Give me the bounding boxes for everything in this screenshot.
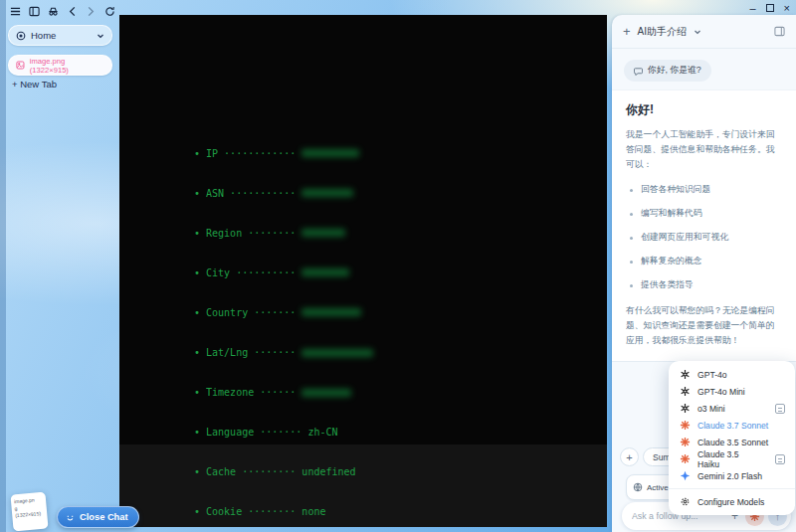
image-tab-label: image.png (1322×915) [30, 57, 104, 75]
list-item: 创建网页应用和可视化 [630, 232, 782, 244]
redacted-value [301, 349, 373, 357]
openai-icon [679, 369, 691, 381]
plus-icon: + [12, 79, 18, 89]
image-icon [16, 61, 25, 70]
chat-title: AI助手介绍 [638, 25, 687, 39]
redacted-value [301, 149, 359, 157]
claude-icon [679, 420, 691, 432]
bullet-dot [630, 237, 633, 240]
terminal-line: • Cache ········· undefined [194, 465, 577, 478]
model-item-claude-3-5-sonnet[interactable]: Claude 3.5 Sonnet [669, 434, 795, 450]
list-item: 编写和解释代码 [630, 208, 782, 220]
close-chat-button[interactable]: Close Chat [57, 506, 139, 528]
bullet-dot [630, 261, 633, 264]
minimize-button[interactable]: – [749, 2, 755, 14]
terminal-line: • City ·········· [194, 266, 577, 279]
terminal-line: • Region ········ [194, 227, 577, 240]
new-tab-label: New Tab [20, 79, 57, 89]
chat-title-chevron[interactable] [694, 28, 701, 36]
close-chat-label: Close Chat [80, 512, 128, 522]
terminal-line: • Timezone ······ [194, 386, 577, 399]
add-context-button[interactable]: + [620, 447, 639, 466]
model-item-gpt-4o-mini[interactable]: GPT-4o Mini [669, 383, 795, 400]
bullet-dot [630, 189, 633, 192]
window-edge-strip [0, 0, 6, 532]
home-icon [16, 31, 26, 41]
claude-icon [679, 437, 691, 448]
assistant-intro: 我是一个人工智能助手，专门设计来回答问题、提供信息和帮助各种任务。我可以： [626, 127, 782, 172]
list-item: 提供各类指导 [630, 279, 782, 291]
terminal-line: • IP ············ [194, 147, 577, 160]
terminal-line: • Cookie ········ none [194, 505, 577, 518]
reasoning-badge-icon [775, 454, 785, 464]
model-menu: GPT-4o GPT-4o Mini o3 Mini Claude 3.7 So… [669, 361, 795, 515]
reasoning-badge-icon [775, 404, 785, 414]
model-item-claude-3-7-sonnet[interactable]: Claude 3.7 Sonnet [669, 417, 795, 434]
bullet-dot [630, 213, 633, 216]
assistant-message: 你好! 我是一个人工智能助手，专门设计来回答问题、提供信息和帮助各种任务。我可以… [612, 89, 796, 362]
globe-icon [633, 482, 643, 492]
terminal-line: • Language ······· zh-CN [194, 426, 577, 439]
model-item-gemini-2-0-flash[interactable]: Gemini 2.0 Flash [669, 467, 795, 484]
reload-icon[interactable] [102, 4, 116, 18]
chevron-down-icon [97, 32, 104, 40]
chat-bubble-icon [634, 67, 643, 76]
bullet-dot [630, 284, 633, 287]
list-item: 解释复杂的概念 [630, 256, 782, 267]
openai-icon [679, 403, 691, 415]
menu-divider [669, 488, 795, 489]
list-item: 回答各种知识问题 [630, 184, 782, 196]
browser-toolbar [8, 4, 116, 18]
new-tab-button[interactable]: + New Tab [12, 79, 57, 89]
model-item-o3-mini[interactable]: o3 Mini [669, 400, 795, 417]
redacted-value [301, 389, 351, 397]
assistant-closing: 有什么我可以帮您的吗？无论是编程问题、知识查询还是需要创建一个简单的应用，我都很… [626, 303, 782, 348]
collapse-panel-icon[interactable] [774, 26, 785, 37]
assistant-greeting: 你好! [626, 101, 782, 118]
configure-models-item[interactable]: Configure Models [669, 493, 795, 510]
redacted-value [301, 308, 361, 316]
incognito-icon[interactable] [46, 4, 60, 18]
claude-icon [679, 453, 691, 465]
redacted-value [301, 229, 345, 237]
chat-panel-header: + AI助手介绍 [612, 15, 796, 49]
home-tab[interactable]: Home [8, 25, 112, 46]
model-item-claude-3-5-haiku[interactable]: Claude 3.5 Haiku [669, 450, 795, 467]
gemini-icon [679, 470, 691, 482]
user-message-text: 你好, 你是谁? [648, 65, 701, 77]
maximize-button[interactable] [766, 4, 774, 12]
new-chat-button[interactable]: + [623, 24, 631, 39]
image-tab[interactable]: image.png (1322×915) [8, 55, 112, 76]
user-message-row: 你好, 你是谁? [612, 49, 796, 89]
redacted-value [301, 268, 349, 276]
sidebar-toggle-icon[interactable] [27, 4, 41, 18]
menu-icon[interactable] [8, 4, 22, 18]
smiley-icon [65, 512, 76, 523]
home-tab-label: Home [31, 30, 56, 41]
drag-preview-card[interactable]: image.pn g (1322×915) [10, 492, 48, 532]
terminal-line: • Country ······· [194, 306, 577, 319]
redacted-value [301, 189, 353, 197]
terminal-output: • IP ············ • ASN ··········· • Re… [194, 120, 577, 532]
terminal-line: • Lat/Lng ······· [194, 346, 577, 359]
openai-icon [679, 386, 691, 398]
gear-icon [679, 496, 691, 508]
terminal-line: • ASN ··········· [194, 187, 577, 200]
user-message-bubble: 你好, 你是谁? [624, 60, 711, 82]
drag-preview-text: (1322×915) [15, 510, 44, 520]
capability-list: 回答各种知识问题 编写和解释代码 创建网页应用和可视化 解释复杂的概念 提供各类… [630, 184, 782, 291]
model-item-gpt-4o[interactable]: GPT-4o [669, 366, 795, 383]
window-controls: – × [749, 2, 790, 14]
close-button[interactable]: × [784, 2, 790, 14]
forward-icon[interactable] [84, 4, 98, 18]
back-icon[interactable] [65, 4, 79, 18]
